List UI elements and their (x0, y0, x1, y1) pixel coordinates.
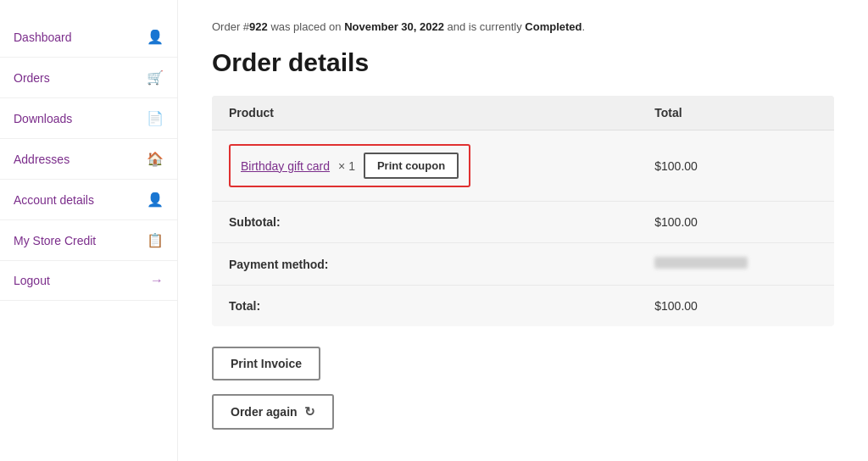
sidebar-label-orders: Orders (14, 71, 50, 85)
payment-method-blurred (654, 257, 748, 269)
page-title: Order details (212, 48, 834, 77)
sidebar-item-dashboard[interactable]: Dashboard 👤 (0, 17, 177, 58)
sidebar-item-orders[interactable]: Orders 🛒 (0, 58, 177, 98)
order-again-button[interactable]: Order again ↻ (212, 394, 334, 430)
notice-suffix: and is currently (444, 20, 525, 33)
order-table: Product Total Birthday gift card × 1 Pri… (212, 96, 834, 326)
notice-end: . (581, 20, 585, 33)
sidebar-label-addresses: Addresses (14, 153, 70, 166)
print-coupon-button[interactable]: Print coupon (364, 153, 459, 179)
notice-prefix: Order # (212, 20, 249, 33)
refresh-icon: ↻ (304, 404, 315, 419)
sidebar-label-logout: Logout (14, 274, 50, 287)
sidebar-item-logout[interactable]: Logout → (0, 261, 177, 301)
sidebar-label-dashboard: Dashboard (14, 31, 72, 44)
product-price: $100.00 (637, 131, 834, 202)
order-number: 922 (249, 20, 268, 33)
order-again-label: Order again (231, 405, 298, 419)
sidebar: Dashboard 👤 Orders 🛒 Downloads 📄 Address… (0, 0, 178, 461)
col-header-product: Product (212, 96, 637, 131)
sidebar-label-store-credit: My Store Credit (14, 234, 96, 247)
print-invoice-button[interactable]: Print Invoice (212, 347, 320, 380)
col-header-total: Total (637, 96, 834, 131)
downloads-icon: 📄 (147, 110, 164, 126)
logout-icon: → (150, 273, 164, 288)
product-quantity: × 1 (338, 159, 355, 173)
main-content: Order #922 was placed on November 30, 20… (178, 0, 868, 461)
subtotal-row: Subtotal: $100.00 (212, 202, 834, 243)
sidebar-item-downloads[interactable]: Downloads 📄 (0, 98, 177, 139)
dashboard-icon: 👤 (147, 29, 164, 45)
product-cell: Birthday gift card × 1 Print coupon (212, 131, 637, 202)
addresses-icon: 🏠 (147, 151, 164, 167)
sidebar-item-addresses[interactable]: Addresses 🏠 (0, 139, 177, 180)
order-status: Completed (525, 20, 581, 33)
notice-mid: was placed on (268, 20, 344, 33)
total-label: Total: (212, 286, 637, 327)
sidebar-label-account-details: Account details (14, 193, 94, 207)
orders-icon: 🛒 (147, 69, 164, 86)
action-buttons: Print Invoice Order again ↻ (212, 347, 834, 430)
product-link[interactable]: Birthday gift card (241, 159, 330, 173)
account-icon: 👤 (147, 192, 164, 208)
product-highlight-wrapper: Birthday gift card × 1 Print coupon (229, 144, 470, 187)
product-row: Birthday gift card × 1 Print coupon $100… (212, 131, 834, 202)
sidebar-item-account-details[interactable]: Account details 👤 (0, 180, 177, 220)
order-notice: Order #922 was placed on November 30, 20… (212, 20, 834, 33)
payment-value (637, 243, 834, 286)
total-row: Total: $100.00 (212, 286, 834, 327)
order-date: November 30, 2022 (344, 20, 444, 33)
total-value: $100.00 (637, 286, 834, 327)
payment-row: Payment method: (212, 243, 834, 286)
subtotal-label: Subtotal: (212, 202, 637, 243)
store-credit-icon: 📋 (147, 232, 164, 248)
sidebar-item-store-credit[interactable]: My Store Credit 📋 (0, 220, 177, 261)
payment-label: Payment method: (212, 243, 637, 286)
subtotal-value: $100.00 (637, 202, 834, 243)
sidebar-label-downloads: Downloads (14, 112, 72, 125)
